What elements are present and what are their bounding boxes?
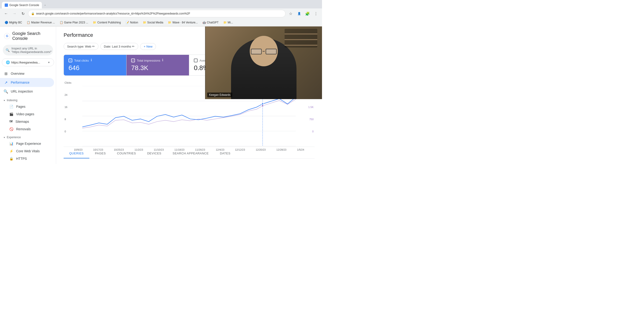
bookmark-master-revenue[interactable]: 📋 Master Revenue ... bbox=[25, 20, 56, 25]
collapse-icon: ▾ bbox=[4, 136, 5, 139]
x-label: 11/2/23 bbox=[134, 148, 143, 151]
metric-card-total-clicks[interactable]: Total clicks ℹ 646 bbox=[64, 55, 126, 75]
browser-toolbar: ← → ↻ 🔒 search.google.com/search-console… bbox=[0, 9, 322, 19]
overview-icon: ⊞ bbox=[4, 71, 8, 76]
globe-icon: 🌐 bbox=[6, 60, 10, 64]
section-label: Indexing bbox=[7, 99, 17, 102]
y-value-16: 16 bbox=[64, 106, 71, 108]
svg-point-9 bbox=[262, 105, 264, 107]
y-value-24: 24 bbox=[64, 93, 71, 96]
y-value-0-right: 0 bbox=[300, 130, 314, 133]
bookmark-favicon: 📋 bbox=[27, 21, 30, 24]
edit-icon: ✏ bbox=[92, 45, 95, 48]
glasses bbox=[251, 49, 277, 54]
filter-label: Date: Last 3 months bbox=[104, 45, 131, 48]
sidebar-item-label: Performance bbox=[11, 81, 30, 84]
edit-icon: ✏ bbox=[132, 45, 135, 48]
chevron-down-icon: ▼ bbox=[48, 61, 50, 64]
address-bar[interactable]: 🔒 search.google.com/search-console/perfo… bbox=[28, 10, 286, 17]
removals-icon: 🚫 bbox=[9, 127, 13, 131]
enhancements-section-header[interactable]: ▾ Enhancements bbox=[0, 162, 56, 164]
video-panel: Keegan Edwards bbox=[205, 27, 322, 99]
address-text: search.google.com/search-console/perform… bbox=[36, 12, 190, 15]
y-value-750: 750 bbox=[300, 118, 314, 121]
sidebar-item-overview[interactable]: ⊞ Overview bbox=[0, 69, 54, 78]
reload-button[interactable]: ↻ bbox=[20, 10, 26, 17]
sidebar-item-https[interactable]: 🔒 HTTPS bbox=[0, 155, 54, 162]
url-inspection-icon: 🔍 bbox=[4, 89, 8, 93]
sidebar-item-video-pages[interactable]: 🎬 Video pages bbox=[0, 110, 54, 118]
metric-checkbox[interactable] bbox=[131, 59, 135, 62]
sidebar-item-sitemaps[interactable]: 🗺 Sitemaps bbox=[0, 118, 54, 125]
y-value-8: 8 bbox=[64, 118, 71, 121]
video-background: Keegan Edwards bbox=[205, 27, 322, 99]
sidebar-item-label: HTTPS bbox=[16, 157, 27, 160]
bookmark-mighty-bc[interactable]: 🔵 Mighty BC bbox=[3, 20, 24, 25]
x-label: 12/4/23 bbox=[216, 148, 224, 151]
metric-checkbox[interactable] bbox=[68, 59, 72, 62]
new-filter-label: New bbox=[146, 45, 152, 48]
bookmark-social-media[interactable]: 📁 Social Media bbox=[141, 20, 165, 25]
new-filter-button[interactable]: + New bbox=[140, 43, 156, 50]
x-label: 10/17/23 bbox=[93, 148, 103, 151]
bookmark-label: Wave · 84 Venture... bbox=[172, 21, 198, 24]
sidebar-item-label: Removals bbox=[16, 127, 31, 131]
sidebar-item-url-inspection[interactable]: 🔍 URL inspection bbox=[0, 87, 54, 96]
search-input-bar[interactable]: 🔍 Inspect any URL in "https://keeganedwa… bbox=[3, 45, 53, 56]
x-label: 11/18/23 bbox=[174, 148, 184, 151]
video-name-label: Keegan Edwards bbox=[207, 93, 232, 97]
video-pages-icon: 🎬 bbox=[9, 112, 13, 116]
search-placeholder: Inspect any URL in "https://keeganedward… bbox=[12, 47, 52, 54]
profile-icon[interactable]: 👤 bbox=[296, 10, 302, 17]
menu-icon[interactable]: ⋮ bbox=[313, 10, 319, 17]
metric-card-total-impressions[interactable]: Total impressions ℹ 78.3K bbox=[126, 55, 189, 75]
sidebar-item-removals[interactable]: 🚫 Removals bbox=[0, 125, 54, 133]
collapse-icon: ▾ bbox=[4, 99, 5, 102]
indexing-section-header[interactable]: ▾ Indexing bbox=[0, 96, 56, 103]
bookmarks-icon[interactable]: ☆ bbox=[288, 10, 294, 17]
info-icon: ℹ bbox=[91, 58, 92, 62]
metric-checkbox[interactable] bbox=[194, 59, 198, 62]
active-tab[interactable]: Google Search Console bbox=[2, 2, 42, 9]
browser-tabs: Google Search Console + bbox=[0, 0, 322, 9]
bookmark-favicon: 📁 bbox=[168, 21, 172, 24]
experience-section-header[interactable]: ▾ Experience bbox=[0, 133, 56, 140]
x-label: 1/5/24 bbox=[297, 148, 304, 151]
bookmark-favicon: 📋 bbox=[60, 21, 63, 24]
x-label: 12/12/23 bbox=[235, 148, 245, 151]
bookmark-wave[interactable]: 📁 Wave · 84 Venture... bbox=[166, 20, 200, 25]
sidebar-item-core-web-vitals[interactable]: ⚡ Core Web Vitals bbox=[0, 147, 54, 155]
property-selector[interactable]: 🌐 https://keeganedwa... ▼ bbox=[2, 58, 54, 66]
x-axis-labels: 10/9/23 10/17/23 10/25/23 11/2/23 11/10/… bbox=[64, 147, 314, 151]
bookmark-chatgpt[interactable]: 🤖 ChatGPT bbox=[201, 20, 220, 25]
tab-favicon bbox=[5, 4, 8, 7]
y-value-0: 0 bbox=[64, 130, 71, 133]
bookmark-game-plan[interactable]: 📋 Game Plan 2023 ... bbox=[58, 20, 90, 25]
search-type-filter[interactable]: Search type: Web ✏ bbox=[64, 43, 98, 50]
sidebar-item-label: Overview bbox=[11, 72, 24, 75]
bookmark-mi[interactable]: 📁 Mi... bbox=[222, 20, 235, 25]
bookmark-notion[interactable]: 📝 Notion bbox=[124, 20, 140, 25]
bookmark-favicon: 🤖 bbox=[202, 21, 206, 24]
forward-button[interactable]: → bbox=[11, 10, 18, 17]
browser-chrome: Google Search Console + ← → ↻ 🔒 search.g… bbox=[0, 0, 322, 27]
bookmark-content-publishing[interactable]: 📁 Content Publishing bbox=[91, 20, 123, 25]
sidebar-logo-text: Google Search Console bbox=[12, 31, 52, 41]
metric-label: Total impressions bbox=[137, 59, 160, 62]
x-label: 12/28/23 bbox=[276, 148, 286, 151]
inactive-tab[interactable]: + bbox=[42, 2, 48, 9]
back-button[interactable]: ← bbox=[3, 10, 9, 17]
sidebar-logo: G Google Search Console bbox=[0, 28, 56, 45]
bookmark-favicon: 📁 bbox=[143, 21, 146, 24]
page-experience-icon: 📊 bbox=[9, 142, 13, 145]
sidebar-item-performance[interactable]: ↗ Performance bbox=[0, 78, 54, 87]
sidebar-item-label: Sitemaps bbox=[16, 120, 29, 123]
date-filter[interactable]: Date: Last 3 months ✏ bbox=[100, 43, 138, 50]
bookmark-favicon: 📁 bbox=[223, 21, 227, 24]
sidebar-item-page-experience[interactable]: 📊 Page Experience bbox=[0, 140, 54, 147]
bookmark-label: Mighty BC bbox=[9, 21, 22, 24]
extensions-icon[interactable]: 🧩 bbox=[304, 10, 311, 17]
tab-label: Google Search Console bbox=[9, 4, 39, 7]
sidebar-item-pages[interactable]: 📄 Pages bbox=[0, 103, 54, 110]
x-label: 11/26/23 bbox=[195, 148, 205, 151]
